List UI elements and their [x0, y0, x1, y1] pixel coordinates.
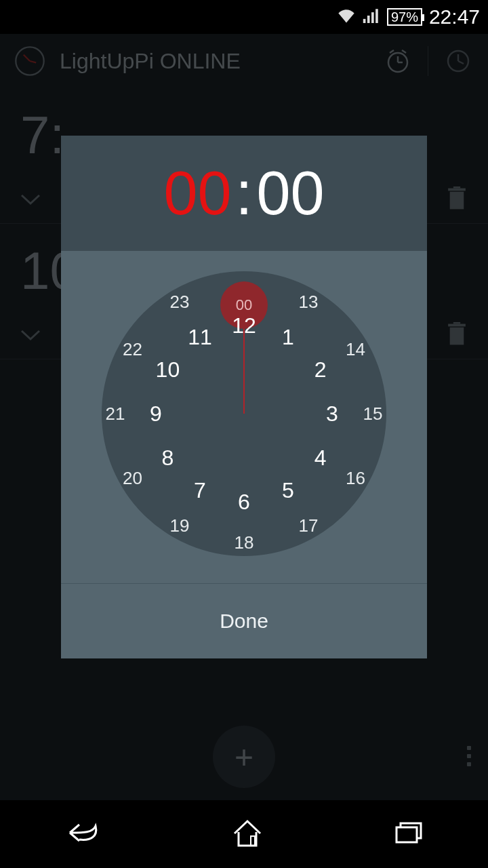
battery-icon: 97% — [387, 8, 422, 26]
time-picker-dialog: 00 : 00 00 12001132143154165176187198209… — [61, 136, 427, 658]
clock-text: 22:47 — [429, 5, 480, 28]
android-nav-bar — [0, 800, 488, 868]
hour-inner-8[interactable]: 8 — [162, 446, 174, 471]
hour-inner-10[interactable]: 10 — [156, 357, 180, 382]
hour-inner-2[interactable]: 2 — [314, 357, 327, 382]
hour-outer-20[interactable]: 20 — [123, 468, 142, 489]
hour-outer-17[interactable]: 17 — [299, 515, 319, 536]
hour-outer-13[interactable]: 13 — [299, 292, 319, 313]
svg-rect-2 — [371, 12, 374, 23]
hour-inner-5[interactable]: 5 — [282, 477, 294, 502]
back-button[interactable] — [63, 818, 104, 850]
svg-rect-22 — [396, 827, 417, 842]
hour-outer-15[interactable]: 15 — [363, 403, 383, 425]
hour-outer-18[interactable]: 18 — [235, 532, 254, 553]
hour-inner-9[interactable]: 9 — [150, 401, 162, 427]
done-label: Done — [220, 610, 268, 633]
clock-face[interactable]: 00 1200113214315416517618719820921102211… — [102, 271, 386, 556]
hour-inner-4[interactable]: 4 — [314, 446, 327, 471]
svg-rect-0 — [363, 18, 366, 22]
recent-apps-button[interactable] — [391, 819, 425, 849]
selected-hour-label: 00 — [236, 296, 252, 314]
clock-face-container: 00 1200113214315416517618719820921102211… — [61, 251, 427, 584]
time-colon: : — [235, 159, 252, 229]
hour-outer-21[interactable]: 21 — [106, 403, 125, 425]
svg-rect-1 — [367, 16, 370, 23]
home-button[interactable] — [230, 817, 264, 851]
hour-inner-3[interactable]: 3 — [326, 401, 338, 427]
status-bar: 97% 22:47 — [0, 0, 488, 34]
battery-percent: 97% — [391, 9, 418, 25]
hour-inner-6[interactable]: 6 — [238, 490, 250, 515]
time-display: 00 : 00 — [61, 136, 427, 251]
hour-field[interactable]: 00 — [163, 159, 231, 229]
hour-inner-11[interactable]: 11 — [188, 325, 212, 350]
done-button[interactable]: Done — [61, 584, 427, 658]
hour-outer-23[interactable]: 23 — [170, 292, 190, 313]
hour-outer-19[interactable]: 19 — [170, 515, 190, 536]
hour-outer-22[interactable]: 22 — [123, 339, 142, 360]
signal-icon — [363, 7, 380, 28]
hour-inner-12[interactable]: 12 — [232, 313, 256, 338]
minute-field[interactable]: 00 — [257, 159, 325, 229]
hour-outer-14[interactable]: 14 — [346, 339, 365, 360]
hour-inner-7[interactable]: 7 — [194, 477, 206, 502]
hour-inner-1[interactable]: 1 — [282, 325, 294, 350]
hour-outer-16[interactable]: 16 — [346, 468, 365, 489]
wifi-icon — [337, 7, 356, 28]
svg-rect-3 — [375, 9, 378, 23]
svg-rect-21 — [251, 836, 255, 846]
